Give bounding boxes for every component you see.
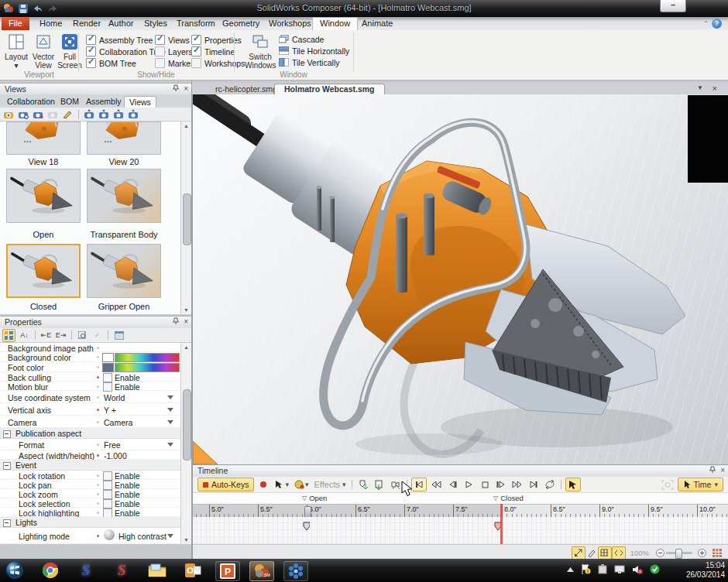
minimize-button[interactable]: – [660,0,686,12]
prop-row-motion-blur[interactable]: Motion blurEnable [0,382,181,391]
tab-transform[interactable]: Transform [170,17,222,30]
timeline-key-track[interactable] [193,517,728,544]
update-view-icon[interactable] [18,108,30,120]
effects-dropdown[interactable]: Effects ▾ [313,478,348,491]
outlook-icon[interactable]: O [181,561,204,580]
checkbox-views[interactable]: Views [155,35,190,45]
viewport-3d[interactable] [192,94,728,464]
marker-mode-button[interactable] [565,478,581,491]
goto-view-1-icon[interactable] [83,108,95,120]
timeline-playhead[interactable] [500,504,503,544]
collapse-ribbon-icon[interactable]: ˆ [705,20,707,28]
select-key-dropdown[interactable]: ▾ [273,478,290,491]
thumb-closed[interactable] [6,244,81,298]
goto-view-2-icon[interactable] [98,108,110,120]
prop-row-lock-rotation[interactable]: Lock rotationEnable [0,471,181,480]
prop-row-back-culling[interactable]: Back cullingEnable [0,372,181,382]
prop-row-lock-zoom[interactable]: Lock zoomEnable [0,489,181,498]
goto-view-4-icon[interactable] [127,108,139,120]
color-gradient-strip[interactable] [115,363,180,372]
checkbox-timeline[interactable]: Timeline [191,46,235,56]
zoom-slider-knob[interactable] [675,549,682,559]
thumb-open[interactable] [6,169,81,223]
collapse-group-icon[interactable] [3,430,11,438]
color-gradient-strip[interactable] [115,353,180,362]
timeline-marker-row[interactable]: ▽Open ▽Closed [193,492,728,505]
explorer-icon[interactable] [146,561,169,580]
marker-closed[interactable]: ▽Closed [493,494,524,502]
prop-row-lock-selection[interactable]: Lock selectionEnable [0,498,181,508]
tab-geometry[interactable]: Geometry [215,17,266,30]
step-forward-button[interactable] [494,478,508,491]
tab-styles[interactable]: Styles [137,17,174,30]
help-icon[interactable]: ? [712,19,722,29]
camera-view-icon[interactable] [47,108,60,120]
collapse-group-icon[interactable] [3,519,11,527]
tab-animate[interactable]: Animate [355,17,400,30]
prop-row-format[interactable]: FormatFree [0,439,181,450]
go-to-end-button[interactable] [527,478,541,491]
keyframe-open-icon[interactable] [303,522,310,530]
tab-author[interactable]: Author [101,17,140,30]
prop-row-background-color[interactable]: Background color [0,352,181,362]
paint-view-icon[interactable] [62,108,74,120]
prop-group-event[interactable]: Event [0,460,181,471]
fast-forward-button[interactable] [510,478,524,491]
tab-workshops[interactable]: Workshops [262,17,318,30]
thumb-view-20[interactable] [87,122,161,155]
cascade-button[interactable]: Cascade [279,34,324,44]
tray-expand-icon[interactable] [567,567,574,572]
time-mode-button[interactable]: Time▾ [678,478,723,491]
timeline-zoom-slider[interactable] [666,552,692,554]
prop-row-lock-pan[interactable]: Lock panEnable [0,480,181,489]
lync-icon[interactable] [283,561,308,581]
pin-icon[interactable] [709,466,716,474]
fit-timeline-icon[interactable] [612,546,626,560]
step-back-button[interactable] [445,478,459,491]
solidworks-blue-icon[interactable]: S [74,561,98,580]
tile-horizontally-button[interactable]: Tile Horizontally [279,46,349,56]
play-button[interactable] [462,478,476,491]
checkbox-bom-tree[interactable]: BOM Tree [86,58,136,68]
prop-row-foot-color[interactable]: Foot color [0,362,181,372]
prop-row-use-coordinate-system[interactable]: Use coordinate systemWorld [0,391,181,403]
chrome-icon[interactable] [39,561,62,580]
properties-scrollbar[interactable]: ▲▼ [180,343,191,544]
dropdown-arrow-icon[interactable] [167,408,173,412]
collapse-group-icon[interactable] [3,462,11,470]
close-icon[interactable]: × [184,317,188,326]
key-handle-open[interactable] [304,506,311,518]
taskbar-clock[interactable]: 15:04 26/03/2014 [686,561,725,580]
tab-window[interactable]: Window [312,17,358,31]
zoom-in-icon[interactable] [695,547,708,559]
dropdown-arrow-icon[interactable] [167,443,173,447]
powerpoint-icon[interactable]: P [215,561,240,581]
clipboard-tray-icon[interactable] [598,564,607,574]
close-icon[interactable]: × [184,84,188,93]
pin-icon[interactable] [173,317,179,325]
prop-group-lights[interactable]: Lights [0,517,181,528]
key-color-dropdown[interactable]: ▾ [293,478,311,491]
color-swatch[interactable] [102,363,114,372]
set-key-button[interactable] [256,478,270,491]
snap-keys-icon[interactable] [572,546,585,560]
rename-view-icon[interactable] [33,108,45,120]
timeline-grid-icon[interactable] [711,547,723,559]
marker-open[interactable]: ▽Open [302,494,327,502]
tab-file[interactable]: File [2,17,29,30]
dropdown-arrow-icon[interactable] [167,420,173,424]
key-selected-actors-button[interactable] [356,478,370,491]
loop-playback-button[interactable] [543,478,557,491]
fast-rewind-button[interactable] [429,478,443,491]
checkbox-collaboration-tree[interactable]: Collaboration Tree [86,46,166,56]
grid-snap-icon[interactable] [598,546,612,560]
composer-taskbar-icon[interactable]: SW [249,561,274,581]
key-all-actors-button[interactable] [373,478,386,491]
volume-muted-icon[interactable] [632,565,643,574]
prop-row-background-image-path[interactable]: Background image path [0,343,181,352]
prop-row-vertical-axis[interactable]: Vertical axisY + [0,403,181,416]
vector-view-button[interactable]: Vector View [31,33,56,70]
antivirus-tray-icon[interactable] [650,564,660,574]
key-camera-button[interactable] [389,478,403,491]
close-icon[interactable]: × [720,466,725,474]
